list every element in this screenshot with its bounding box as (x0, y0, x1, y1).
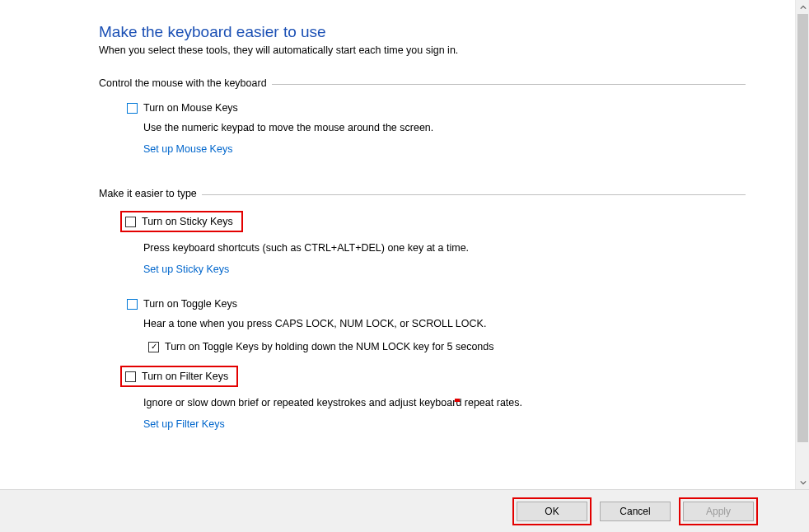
vertical-scrollbar[interactable] (795, 0, 809, 489)
scrollbar-thumb[interactable] (797, 14, 808, 442)
setup-sticky-keys-link[interactable]: Set up Sticky Keys (143, 264, 229, 275)
toggle-keys-label: Turn on Toggle Keys (143, 298, 237, 310)
apply-button-highlight: Apply (679, 497, 758, 525)
page-subtitle: When you select these tools, they will a… (99, 44, 746, 56)
sticky-keys-highlight: Turn on Sticky Keys (120, 211, 243, 232)
setup-mouse-keys-link[interactable]: Set up Mouse Keys (143, 143, 232, 155)
mouse-keys-checkbox[interactable] (127, 103, 138, 114)
toggle-keys-desc: Hear a tone when you press CAPS LOCK, NU… (143, 318, 746, 329)
toggle-hold-option[interactable]: Turn on Toggle Keys by holding down the … (145, 339, 746, 354)
group-mouse-keyboard: Control the mouse with the keyboard Turn… (99, 77, 746, 170)
mouse-keys-desc: Use the numeric keypad to move the mouse… (143, 122, 746, 133)
ok-button[interactable]: OK (517, 502, 587, 521)
ok-button-highlight: OK (512, 497, 592, 525)
toggle-hold-checkbox[interactable] (148, 342, 159, 352)
toggle-keys-checkbox[interactable] (127, 299, 138, 310)
filter-keys-checkbox[interactable] (125, 371, 136, 382)
group-label-mouse: Control the mouse with the keyboard (99, 77, 746, 89)
chevron-up-icon (800, 4, 807, 11)
chevron-down-icon (800, 479, 807, 486)
mouse-keys-option[interactable]: Turn on Mouse Keys (124, 100, 746, 115)
sticky-keys-label[interactable]: Turn on Sticky Keys (142, 216, 233, 227)
filter-keys-desc: Ignore or slow down brief or repeated ke… (143, 397, 746, 408)
scroll-down-button[interactable] (796, 475, 809, 489)
scroll-up-button[interactable] (796, 0, 809, 14)
setup-filter-keys-link[interactable]: Set up Filter Keys (143, 418, 225, 430)
dialog-footer: OK Cancel Apply (0, 489, 809, 532)
settings-panel: Make the keyboard easier to use When you… (0, 0, 795, 489)
sticky-keys-checkbox[interactable] (125, 217, 136, 227)
page-title: Make the keyboard easier to use (99, 23, 746, 41)
apply-button: Apply (683, 502, 754, 521)
toggle-keys-option[interactable]: Turn on Toggle Keys (124, 296, 746, 311)
annotation-dot (455, 399, 460, 402)
filter-keys-label[interactable]: Turn on Filter Keys (142, 371, 228, 382)
filter-keys-highlight: Turn on Filter Keys (120, 366, 238, 387)
group-easier-type: Make it easier to type Turn on Sticky Ke… (99, 188, 746, 445)
mouse-keys-label: Turn on Mouse Keys (143, 102, 238, 114)
cancel-button[interactable]: Cancel (600, 502, 671, 521)
group-label-type: Make it easier to type (99, 188, 746, 199)
toggle-hold-label: Turn on Toggle Keys by holding down the … (165, 341, 494, 352)
sticky-keys-desc: Press keyboard shortcuts (such as CTRL+A… (143, 242, 746, 254)
